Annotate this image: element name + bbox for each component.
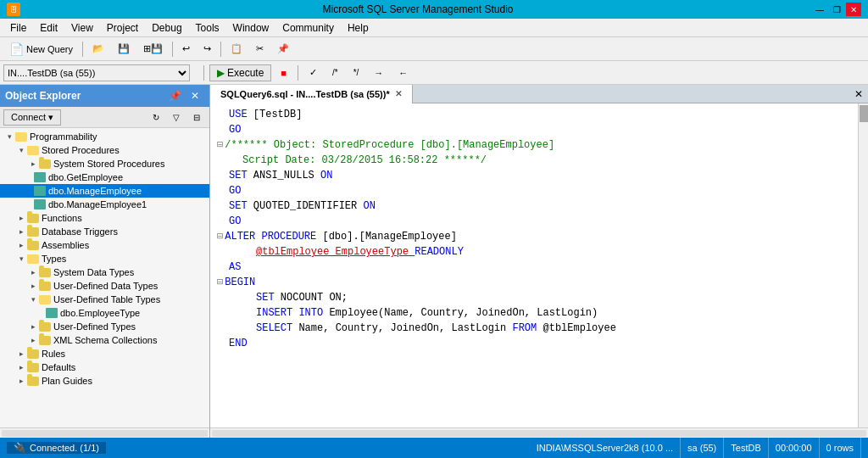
tree-expand-defaults[interactable]: ▸ (15, 361, 27, 373)
cut-button[interactable]: ✂ (250, 40, 270, 59)
tree-item-defaults[interactable]: ▸Defaults (0, 360, 209, 374)
tree-item-user-defined-types[interactable]: ▸User-Defined Types (0, 320, 209, 333)
tree-item-user-defined-data-types[interactable]: ▸User-Defined Data Types (0, 279, 209, 293)
tree-expand-xml-schema-collections[interactable]: ▸ (27, 334, 39, 346)
stop-button[interactable]: ■ (275, 64, 292, 82)
tree-expand-user-defined-data-types[interactable]: ▸ (27, 280, 39, 292)
outdent-button[interactable]: ← (392, 64, 414, 82)
new-query-button[interactable]: 📄 New Query (3, 40, 79, 59)
tree-expand-types[interactable]: ▾ (15, 253, 27, 265)
menu-item-community[interactable]: Community (275, 20, 341, 36)
collapse-icon-11[interactable]: ⊟ (217, 275, 223, 290)
restore-button[interactable]: ❐ (829, 3, 844, 16)
tree-item-functions[interactable]: ▸Functions (0, 211, 209, 225)
menu-bar: FileEditViewProjectDebugToolsWindowCommu… (0, 19, 868, 37)
tree-item-rules[interactable]: ▸Rules (0, 347, 209, 360)
copy-button[interactable]: 📋 (225, 40, 248, 59)
line-spacer-0 (217, 107, 229, 122)
menu-item-help[interactable]: Help (341, 20, 376, 36)
tree-expand-programmability[interactable]: ▾ (3, 131, 15, 142)
tab-close-button[interactable]: ✕ (395, 89, 402, 98)
oe-connect-button[interactable]: Connect ▾ (3, 109, 61, 126)
editor-close-button[interactable]: ✕ (849, 88, 868, 100)
tree-item-system-data-types[interactable]: ▸System Data Types (0, 265, 209, 279)
collapse-icon-2[interactable]: ⊟ (217, 137, 223, 153)
tree-expand-dbo-getemployee[interactable] (27, 171, 34, 183)
minimize-button[interactable]: — (812, 3, 827, 16)
sql-token-8-2: [dbo].[ManageEmployee] (322, 231, 456, 243)
oe-close-button[interactable]: ✕ (186, 87, 204, 104)
tree-expand-stored-procedures[interactable]: ▾ (15, 144, 27, 156)
folder-icon-rules (27, 349, 39, 359)
tree-expand-dbo-manageemployee1[interactable] (27, 198, 34, 210)
oe-collapse-button[interactable]: ⊟ (187, 109, 206, 126)
menu-item-debug[interactable]: Debug (145, 20, 188, 36)
tree-item-dbo-employeetype[interactable]: dbo.EmployeeType (0, 306, 209, 320)
collapse-icon-8[interactable]: ⊟ (217, 229, 223, 244)
comment-button[interactable]: /* (326, 64, 344, 82)
paste-button[interactable]: 📌 (271, 40, 295, 59)
sql-token-9-0: @tblEmployee EmployeeType (256, 246, 415, 258)
sql-editor[interactable]: USE [TestDB]GO⊟/****** Object: StoredPro… (210, 103, 858, 427)
line-spacer-9 (217, 244, 229, 260)
tree-expand-user-defined-table-types[interactable]: ▾ (27, 293, 39, 305)
save-button[interactable]: 💾 (112, 40, 136, 59)
oe-pin-button[interactable]: 📌 (165, 87, 184, 104)
menu-item-window[interactable]: Window (226, 20, 276, 36)
uncomment-icon: */ (353, 68, 359, 77)
tree-item-dbo-manageemployee[interactable]: dbo.ManageEmployee (0, 184, 209, 198)
tree-item-user-defined-table-types[interactable]: ▾User-Defined Table Types (0, 293, 209, 306)
tree-expand-dbo-employeetype[interactable] (39, 307, 46, 319)
sql-token-3-0: Script Date: 03/28/2015 16:58:22 ******/ (242, 154, 487, 166)
uncomment-button[interactable]: */ (348, 64, 365, 82)
database-dropdown[interactable]: IN....TestDB (sa (55)) (3, 64, 190, 81)
editor-hscroll[interactable] (210, 427, 868, 438)
tree-expand-rules[interactable]: ▸ (15, 348, 27, 360)
cut-icon: ✂ (256, 43, 264, 54)
tree-item-xml-schema-collections[interactable]: ▸XML Schema Collections (0, 333, 209, 347)
tree-item-dbo-getemployee[interactable]: dbo.GetEmployee (0, 170, 209, 184)
sql-content-9: @tblEmployee EmployeeType READONLY (229, 244, 851, 260)
oe-filter-button[interactable]: ▽ (167, 109, 186, 126)
tree-item-system-stored-procedures[interactable]: ▸System Stored Procedures (0, 157, 209, 170)
editor-tabs: SQLQuery6.sql - IN....TestDB (sa (55))* … (210, 85, 868, 103)
tree-expand-dbo-manageemployee[interactable] (27, 185, 34, 197)
tree-item-stored-procedures[interactable]: ▾Stored Procedures (0, 143, 209, 157)
tree-label-defaults: Defaults (42, 362, 75, 372)
menu-item-view[interactable]: View (64, 20, 100, 36)
tree-expand-functions[interactable]: ▸ (15, 212, 27, 224)
oe-refresh-button[interactable]: ↻ (147, 109, 165, 126)
editor-scrollbar[interactable] (858, 103, 868, 427)
tree-item-dbo-manageemployee1[interactable]: dbo.ManageEmployee1 (0, 198, 209, 211)
tree-expand-assemblies[interactable]: ▸ (15, 239, 27, 251)
tree-label-system-stored-procedures: System Stored Procedures (53, 159, 164, 169)
tree-expand-database-triggers[interactable]: ▸ (15, 226, 27, 237)
sql-token-12-0: SET (256, 292, 281, 304)
tree-item-assemblies[interactable]: ▸Assemblies (0, 238, 209, 252)
menu-item-file[interactable]: File (3, 20, 33, 36)
redo-button[interactable]: ↪ (198, 40, 217, 59)
execute-button[interactable]: ▶ Execute (209, 64, 271, 81)
open-icon: 📂 (92, 43, 104, 54)
tree-item-programmability[interactable]: ▾Programmability (0, 130, 209, 143)
open-file-button[interactable]: 📂 (86, 40, 110, 59)
close-button[interactable]: ✕ (846, 3, 861, 16)
tree-item-plan-guides[interactable]: ▸Plan Guides (0, 374, 209, 388)
menu-item-tools[interactable]: Tools (189, 20, 226, 36)
sql-token-5-0: GO (229, 185, 241, 197)
editor-tab-active[interactable]: SQLQuery6.sql - IN....TestDB (sa (55))* … (210, 85, 413, 103)
tree-expand-system-data-types[interactable]: ▸ (27, 266, 39, 278)
menu-item-edit[interactable]: Edit (33, 20, 64, 36)
tree-item-types[interactable]: ▾Types (0, 252, 209, 265)
tree-expand-user-defined-types[interactable]: ▸ (27, 321, 39, 332)
tree-item-database-triggers[interactable]: ▸Database Triggers (0, 225, 209, 238)
paste-icon: 📌 (277, 43, 289, 54)
indent-button[interactable]: → (368, 64, 389, 82)
tree-expand-system-stored-procedures[interactable]: ▸ (27, 158, 39, 170)
tree-expand-plan-guides[interactable]: ▸ (15, 375, 27, 387)
parse-button[interactable]: ✓ (303, 64, 323, 82)
line-spacer-1 (217, 122, 229, 137)
save-all-button[interactable]: ⊞💾 (137, 40, 169, 59)
undo-button[interactable]: ↩ (176, 40, 196, 59)
menu-item-project[interactable]: Project (100, 20, 145, 36)
